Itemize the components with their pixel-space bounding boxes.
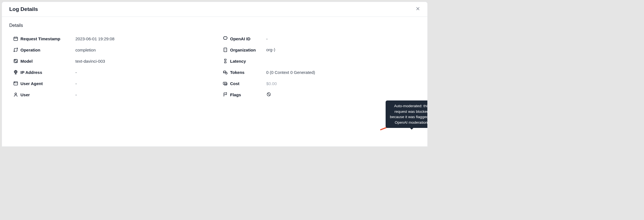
svg-rect-10 <box>223 82 227 85</box>
svg-point-11 <box>224 83 225 84</box>
label-model: Model <box>20 59 33 64</box>
value-ip-address: - <box>75 70 77 75</box>
close-icon <box>415 6 420 12</box>
label-organization: Organization <box>230 48 256 52</box>
cube-icon <box>13 58 18 64</box>
label-request-timestamp: Request Timestamp <box>20 36 60 41</box>
value-request-timestamp: 2023-06-01 19:29:08 <box>75 36 114 41</box>
row-flags: Flags <box>219 89 420 100</box>
value-flags[interactable] <box>266 92 271 97</box>
details-left-column: Request Timestamp 2023-06-01 19:29:08 Op… <box>9 33 210 100</box>
label-user-agent: User Agent <box>20 81 43 86</box>
row-operation: Operation completion <box>9 44 210 55</box>
label-flags: Flags <box>230 92 241 97</box>
modal-header: Log Details <box>2 2 427 17</box>
flag-icon <box>223 92 228 97</box>
modal-body: Details Request Timestamp 2023-06-01 19:… <box>2 17 427 106</box>
route-icon <box>13 47 18 52</box>
browser-icon <box>13 81 18 86</box>
value-openai-id: - <box>266 36 268 41</box>
row-latency: Latency <box>219 55 420 67</box>
row-user-agent: User Agent - <box>9 78 210 89</box>
svg-point-6 <box>15 93 17 95</box>
value-organization: org-⟩ <box>266 47 275 52</box>
row-user: User - <box>9 89 210 100</box>
cost-icon <box>223 81 228 86</box>
svg-rect-7 <box>224 48 227 52</box>
badge-icon <box>223 36 228 41</box>
tokens-icon <box>223 70 228 75</box>
log-details-modal: Log Details Details Request Timestamp <box>2 2 428 147</box>
building-icon <box>223 47 228 52</box>
modal-title: Log Details <box>9 6 38 12</box>
row-model: Model text-davinci-003 <box>9 55 210 67</box>
label-ip-address: IP Address <box>20 70 42 75</box>
close-button[interactable] <box>414 6 421 13</box>
value-user: - <box>75 92 77 97</box>
globe-icon <box>13 70 18 75</box>
svg-rect-0 <box>14 37 18 41</box>
section-label: Details <box>9 23 420 28</box>
row-openai-id: OpenAI ID - <box>219 33 420 44</box>
row-organization: Organization org-⟩ <box>219 44 420 55</box>
tooltip-text: Auto-moderated: this request was blocked… <box>390 104 428 125</box>
value-tokens: 0 (0 Context 0 Generated) <box>266 70 315 75</box>
svg-point-9 <box>226 72 227 74</box>
row-request-timestamp: Request Timestamp 2023-06-01 19:29:08 <box>9 33 210 44</box>
label-latency: Latency <box>230 59 246 64</box>
row-ip-address: IP Address - <box>9 67 210 78</box>
hourglass-icon <box>223 58 228 64</box>
label-operation: Operation <box>20 48 40 52</box>
label-cost: Cost <box>230 81 239 86</box>
row-tokens: Tokens 0 (0 Context 0 Generated) <box>219 67 420 78</box>
value-user-agent: - <box>75 81 77 86</box>
moderation-tooltip: Auto-moderated: this request was blocked… <box>386 100 428 128</box>
label-openai-id: OpenAI ID <box>230 36 251 41</box>
value-model: text-davinci-003 <box>75 59 105 64</box>
user-icon <box>13 92 18 97</box>
svg-rect-5 <box>14 82 18 85</box>
calendar-icon <box>13 36 18 41</box>
label-tokens: Tokens <box>230 70 244 75</box>
details-right-column: OpenAI ID - Organization org-⟩ <box>219 33 420 100</box>
label-user: User <box>20 92 30 97</box>
value-operation: completion <box>75 48 96 52</box>
svg-point-8 <box>223 71 226 72</box>
row-cost: Cost $0.00 <box>219 78 420 89</box>
value-cost: $0.00 <box>266 81 277 86</box>
ban-icon <box>266 92 271 97</box>
